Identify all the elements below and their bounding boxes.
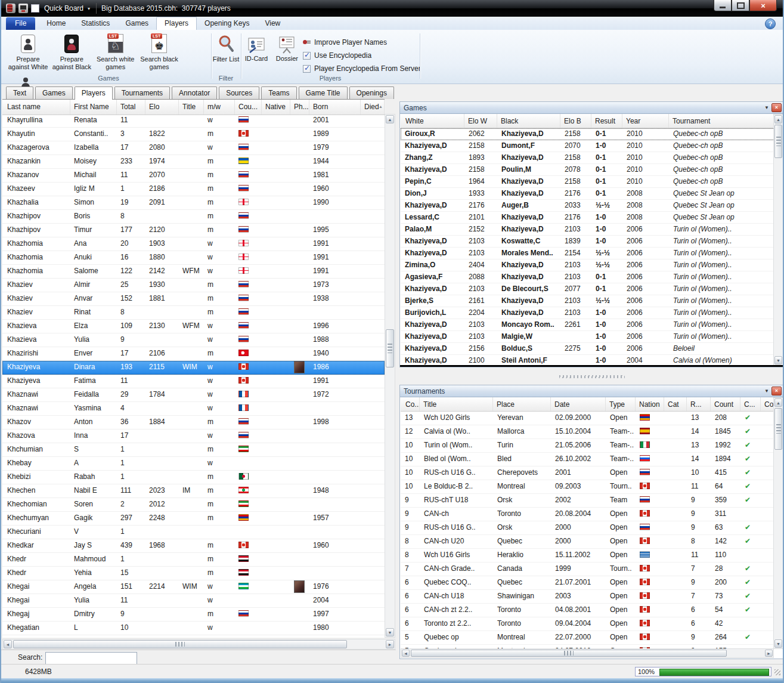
list-tab-annotator[interactable]: Annotator xyxy=(172,86,217,99)
players-column-header[interactable]: Ph... xyxy=(290,100,309,115)
player-row[interactable]: KhayutinConstanti..31822m1989 xyxy=(2,128,385,141)
player-row[interactable]: KhechenNabil E1112023IMm1948 xyxy=(2,484,385,498)
tab-home[interactable]: Home xyxy=(39,17,73,30)
game-row[interactable]: Pepin,C1964Khaziyeva,D21580-12010Quebec-… xyxy=(401,176,774,188)
list-tab-tournaments[interactable]: Tournaments xyxy=(114,86,170,99)
games-column-header[interactable]: Elo B xyxy=(560,114,591,128)
player-row[interactable]: KhaznawiYasmina4w xyxy=(2,402,385,416)
tournament-row[interactable]: 9RUS-ch U16 G..Orsk2000Open963✔ xyxy=(401,521,774,535)
list-tab-sources[interactable]: Sources xyxy=(219,86,259,99)
tab-games[interactable]: Games xyxy=(117,17,156,30)
quick-board-button[interactable]: Quick Board xyxy=(44,4,83,13)
tournaments-column-header[interactable]: C... xyxy=(740,397,761,411)
search-black-games-button[interactable]: LST♚ Search black games xyxy=(138,32,180,74)
games-vertical-scrollbar[interactable]: ▲ ▼ xyxy=(773,114,783,366)
use-encyclopedia-checkbox[interactable]: ✓ Use Encyclopedia xyxy=(303,49,419,62)
players-column-header[interactable]: Last name xyxy=(2,100,70,115)
game-row[interactable]: Khaziyeva,D2176Auger,B2033½-½2008Quebec … xyxy=(401,200,774,212)
scroll-thumb[interactable] xyxy=(774,408,782,450)
player-row[interactable]: KhaznawiFeidalla291784w1972 xyxy=(2,388,385,402)
list-tab-text[interactable]: Text xyxy=(6,86,33,99)
game-row[interactable]: Dion,J1933Khaziyeva,D21760-12008Quebec S… xyxy=(401,188,774,200)
player-encyclopedia-from-server-checkbox[interactable]: ✓ Player Encyclopedia From Server xyxy=(303,62,419,75)
player-row[interactable]: KhayrullinaRenata11w2001 xyxy=(2,114,385,128)
collapse-icon[interactable]: ▼ xyxy=(762,388,771,394)
tournament-row[interactable]: 6CAN-ch zt 2.2..Toronto04.08.2001Open654… xyxy=(401,604,774,617)
board-icon[interactable] xyxy=(18,4,28,13)
player-row[interactable]: KhegajDmitry9m1997 xyxy=(2,608,385,622)
prepare-against-white-button[interactable]: Prepare against White xyxy=(7,32,49,74)
players-column-header[interactable]: Native xyxy=(262,100,290,115)
scroll-right-icon[interactable]: ► xyxy=(765,650,773,657)
scroll-left-icon[interactable]: ◄ xyxy=(402,650,410,657)
tournament-row[interactable]: 9RUS-chT U18Orsk2002Team9359✔ xyxy=(401,494,774,508)
list-tab-teams[interactable]: Teams xyxy=(261,86,296,99)
list-tab-game-title[interactable]: Game Title xyxy=(299,86,348,99)
tournament-row[interactable]: 8Wch U16 GirlsHeraklio15.11.2002Open1111… xyxy=(401,549,774,563)
games-column-header[interactable]: Black xyxy=(497,114,560,128)
player-row[interactable]: KhecurianiV1 xyxy=(2,526,385,539)
player-row[interactable]: KhedkarJay S4391968m1960 xyxy=(2,539,385,553)
player-row[interactable]: KhedrMahmoud1m xyxy=(2,553,385,567)
tournament-row[interactable]: 5Quebec opMontreal22.07.2000Open9264✔ xyxy=(401,631,774,645)
player-row[interactable]: KhegayAnjela172176WIMw1976 xyxy=(2,635,385,638)
game-row[interactable]: Giroux,R2062Khaziyeva,D21580-12010Quebec… xyxy=(401,128,774,140)
scroll-thumb[interactable] xyxy=(774,125,782,158)
player-row[interactable]: KhazhomiaAna201903w1991 xyxy=(2,237,385,251)
players-column-header[interactable]: Title xyxy=(179,100,204,115)
tournament-row[interactable]: 9CAN-chToronto20.08.2004Open9311 xyxy=(401,508,774,521)
player-row[interactable]: KhazievRinat8m xyxy=(2,306,385,320)
player-row[interactable]: KhegatianL10w1980 xyxy=(2,622,385,635)
close-button[interactable]: × xyxy=(749,0,777,11)
players-column-header[interactable]: Total xyxy=(117,100,145,115)
search-input[interactable] xyxy=(45,652,137,665)
tab-statistics[interactable]: Statistics xyxy=(73,17,117,30)
tournaments-column-header[interactable]: R... xyxy=(687,397,711,411)
games-column-header[interactable]: Year xyxy=(622,114,669,128)
player-row[interactable]: KhazanovMichail112070m1981 xyxy=(2,169,385,183)
tournament-row[interactable]: 8CAN-ch U20Quebec2000Open8142✔ xyxy=(401,535,774,549)
close-panel-icon[interactable]: × xyxy=(771,103,782,112)
collapse-icon[interactable]: ▼ xyxy=(762,105,771,110)
tournament-row[interactable]: 13Wch U20 GirlsYerevan02.09.2000Open1320… xyxy=(401,412,774,425)
tab-file[interactable]: File xyxy=(6,17,35,30)
game-row[interactable]: Khaziyeva,D2103De Blecourt,S20770-12006T… xyxy=(401,283,774,295)
player-row[interactable]: KhazhipovBoris8m xyxy=(2,210,385,224)
players-column-header[interactable]: First Name xyxy=(70,100,117,115)
scroll-down-icon[interactable]: ▼ xyxy=(774,639,782,648)
id-card-button[interactable]: ID-Card xyxy=(242,32,271,70)
game-row[interactable]: Agasieva,F2088Khaziyeva,D21030-12006Turi… xyxy=(401,271,774,283)
game-row[interactable]: Burijovich,L2204Khaziyeva,D21031-02006Tu… xyxy=(401,307,774,319)
scroll-thumb[interactable] xyxy=(386,329,394,367)
game-row[interactable]: Khaziyeva,D2158Dumont,F20701-02010Quebec… xyxy=(401,140,774,152)
tournaments-horizontal-scrollbar[interactable]: ◄ ► xyxy=(401,648,774,658)
player-row[interactable]: KhebayA1w xyxy=(2,457,385,471)
game-row[interactable]: Khaziyeva,D2103Koswatte,C18391-02006Turi… xyxy=(401,236,774,248)
tournaments-column-header[interactable]: Cat xyxy=(664,397,687,411)
quick-board-dropdown-icon[interactable]: ▾ xyxy=(88,6,90,11)
players-column-header[interactable]: Born xyxy=(309,100,361,115)
player-row[interactable]: KhazievAlmir251930m1973 xyxy=(2,279,385,292)
prepare-against-black-button[interactable]: Prepare against Black xyxy=(51,32,92,74)
minimize-button[interactable] xyxy=(714,0,732,11)
tournament-row[interactable]: 6CAN-ch U18Shawinigan2003Open773✔ xyxy=(401,590,774,604)
tab-view[interactable]: View xyxy=(257,17,288,30)
database-icon[interactable] xyxy=(6,4,16,13)
player-row[interactable]: KhazhomiaSalome1222142WFMw1991 xyxy=(2,265,385,279)
player-row[interactable]: KhazirishiEnver172106m1940 xyxy=(2,347,385,361)
players-column-header[interactable]: m/w xyxy=(204,100,235,115)
player-row[interactable]: KhechomianSoren22012m xyxy=(2,498,385,512)
tournament-row[interactable]: 12Calvia ol (Wo..Mallorca15.10.2004Team-… xyxy=(401,425,774,439)
scroll-left-icon[interactable]: ◄ xyxy=(4,640,12,648)
tournaments-vertical-scrollbar[interactable]: ▲ ▼ xyxy=(773,397,783,649)
tournaments-column-header[interactable]: Co... xyxy=(401,397,420,411)
list-tab-games[interactable]: Games xyxy=(35,86,73,99)
player-row[interactable]: KhazhaliaSimon192091m1990 xyxy=(2,196,385,210)
game-row[interactable]: Khaziyeva,D2156Bolduc,S22751-02006Beloei… xyxy=(401,343,774,355)
tournament-row[interactable]: 10Bled ol (Wom..Bled26.10.2002Team-..141… xyxy=(401,453,774,466)
game-row[interactable]: Zimina,O2404Khaziyeva,D2103½-½2006Turin … xyxy=(401,259,774,271)
player-row[interactable]: KhazievaYulia9w1988 xyxy=(2,333,385,347)
tournament-row[interactable]: 10Le Bolduc-B 2..Montreal09.2003Tourn..1… xyxy=(401,480,774,494)
player-row[interactable]: KhazhomiaAnuki161880w1991 xyxy=(2,251,385,265)
game-row[interactable]: Palao,M2152Khaziyeva,D21031-02006Turin o… xyxy=(401,224,774,236)
